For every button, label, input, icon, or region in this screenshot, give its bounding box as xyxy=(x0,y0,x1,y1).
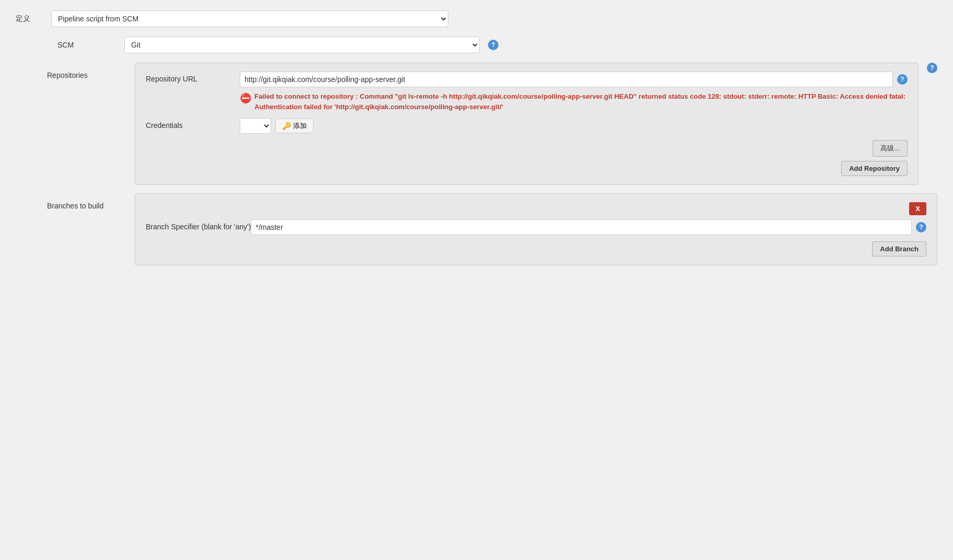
repo-url-control: ? ⛔ Failed to connect to repository : Co… xyxy=(240,72,908,112)
repositories-help-icon[interactable]: ? xyxy=(927,63,937,73)
error-circle-icon: ⛔ xyxy=(240,92,251,104)
definition-label: 定义 xyxy=(16,14,47,24)
branch-specifier-control: ? xyxy=(251,219,926,235)
credentials-label: Credentials xyxy=(146,118,240,130)
branches-header: X xyxy=(146,202,926,215)
definition-select[interactable]: Pipeline script from SCMPipeline script xyxy=(51,10,448,27)
scm-select[interactable]: GitNone xyxy=(124,37,480,53)
scm-row: SCM GitNone ? xyxy=(16,37,937,53)
branches-box: X Branch Specifier (blank for 'any') ? A… xyxy=(135,193,937,265)
repositories-box: Repository URL ? ⛔ Failed to connect to … xyxy=(135,63,919,185)
repo-error-text: Failed to connect to repository : Comman… xyxy=(254,91,908,112)
branch-specifier-help-icon[interactable]: ? xyxy=(916,222,926,232)
branches-section: Branches to build X Branch Specifier (bl… xyxy=(16,193,937,265)
advanced-button[interactable]: 高级... xyxy=(873,140,908,157)
repositories-label: Repositories xyxy=(47,63,131,79)
close-branch-button[interactable]: X xyxy=(909,202,926,215)
repo-url-row: Repository URL ? ⛔ Failed to connect to … xyxy=(146,72,908,112)
add-repository-button[interactable]: Add Repository xyxy=(841,161,908,176)
branch-specifier-row: Branch Specifier (blank for 'any') ? xyxy=(146,219,926,235)
add-credentials-button[interactable]: 🔑 添加 xyxy=(275,119,313,133)
repo-error-block: ⛔ Failed to connect to repository : Comm… xyxy=(240,91,908,112)
key-icon: 🔑 xyxy=(282,122,291,130)
credentials-control: 🔑 添加 xyxy=(240,118,908,134)
repo-url-help-icon[interactable]: ? xyxy=(897,74,908,85)
repositories-section: Repositories Repository URL ? ⛔ Failed t… xyxy=(16,63,937,185)
repo-actions: 高级... Add Repository xyxy=(146,140,908,176)
branches-label: Branches to build xyxy=(47,193,131,210)
scm-help-icon[interactable]: ? xyxy=(488,40,498,50)
definition-row: 定义 Pipeline script from SCMPipeline scri… xyxy=(16,10,937,27)
credentials-select[interactable] xyxy=(240,118,271,134)
branch-actions: Add Branch xyxy=(146,241,926,256)
add-branch-button[interactable]: Add Branch xyxy=(872,241,926,256)
repo-url-input[interactable] xyxy=(240,72,893,87)
add-cred-label: 添加 xyxy=(293,121,307,131)
repo-url-label: Repository URL xyxy=(146,72,240,83)
credentials-row: Credentials 🔑 添加 xyxy=(146,118,908,134)
scm-label: SCM xyxy=(57,41,120,49)
branch-specifier-label: Branch Specifier (blank for 'any') xyxy=(146,219,251,231)
branch-specifier-input[interactable] xyxy=(251,219,912,235)
